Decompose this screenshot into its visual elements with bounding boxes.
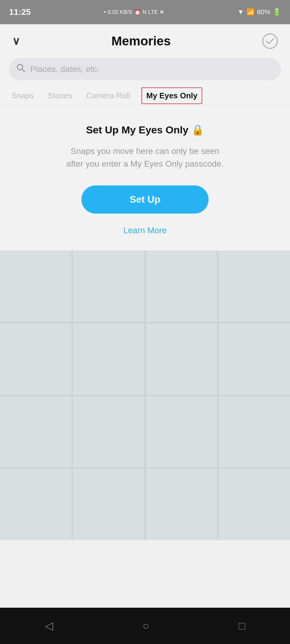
nav-home-icon[interactable]: ○ (143, 619, 149, 632)
search-icon (16, 64, 25, 75)
alarm-icon: ⏰ (134, 9, 141, 15)
nav-back-icon[interactable]: ◁ (45, 619, 53, 632)
photo-cell[interactable] (73, 396, 144, 468)
learn-more-link[interactable]: Learn More (123, 226, 166, 235)
status-bar: 11:25 • 0.02 KB/S ⏰ N LTE ❄ ▼ 📶 60% 🔋 (0, 0, 290, 24)
main-content: ∨ Memories Places, dates, etc. Snaps Sto… (0, 24, 290, 540)
tabs-container: Snaps Stories Camera Roll My Eyes Only (0, 86, 290, 106)
header: ∨ Memories (0, 24, 290, 55)
photo-cell[interactable] (218, 469, 290, 540)
photo-cell[interactable] (73, 469, 144, 540)
setup-description: Snaps you move here can only be seen aft… (66, 145, 224, 170)
photo-cell[interactable] (146, 323, 217, 395)
tab-snaps[interactable]: Snaps (9, 86, 36, 105)
check-icon[interactable] (262, 33, 278, 49)
photo-cell[interactable] (146, 250, 217, 322)
status-right: ▼ 📶 60% 🔋 (237, 8, 281, 16)
status-dot: • (104, 9, 106, 15)
back-chevron[interactable]: ∨ (12, 35, 20, 47)
photo-cell[interactable] (218, 250, 290, 322)
photo-cell[interactable] (218, 396, 290, 468)
signal-icon: 📶 (246, 8, 255, 16)
photo-grid (0, 250, 290, 540)
photo-cell[interactable] (146, 469, 217, 540)
battery-icon: 🔋 (273, 8, 281, 16)
nfc-icon: N (143, 9, 147, 15)
tab-my-eyes-only[interactable]: My Eyes Only (141, 87, 202, 104)
status-time: 11:25 (9, 7, 31, 17)
lte-icon: LTE (148, 9, 158, 15)
photo-cell[interactable] (0, 469, 72, 540)
search-placeholder: Places, dates, etc. (30, 64, 100, 74)
photo-cell[interactable] (0, 323, 72, 395)
setup-button[interactable]: Set Up (81, 185, 209, 214)
photo-cell[interactable] (0, 250, 72, 322)
data-speed: 0.02 KB/S (108, 9, 132, 15)
search-container: Places, dates, etc. (0, 55, 290, 86)
status-center: • 0.02 KB/S ⏰ N LTE ❄ (104, 9, 164, 15)
setup-title: Set Up My Eyes Only 🔒 (15, 124, 275, 136)
page-title: Memories (111, 34, 171, 48)
search-bar[interactable]: Places, dates, etc. (9, 58, 281, 80)
photo-cell[interactable] (218, 323, 290, 395)
photo-cell[interactable] (73, 323, 144, 395)
nav-bar: ◁ ○ □ (0, 608, 290, 644)
photo-cell[interactable] (73, 250, 144, 322)
svg-line-2 (22, 69, 25, 72)
wifi-icon: ▼ (237, 8, 244, 16)
setup-section: Set Up My Eyes Only 🔒 Snaps you move her… (0, 106, 290, 250)
photo-cell[interactable] (146, 396, 217, 468)
battery-text: 60% (257, 8, 270, 16)
svg-point-0 (263, 34, 277, 48)
nav-recent-icon[interactable]: □ (239, 619, 246, 632)
bluetooth-icon: ❄ (160, 9, 164, 15)
photo-cell[interactable] (0, 396, 72, 468)
tab-stories[interactable]: Stories (45, 86, 75, 105)
tab-camera-roll[interactable]: Camera Roll (84, 86, 133, 105)
